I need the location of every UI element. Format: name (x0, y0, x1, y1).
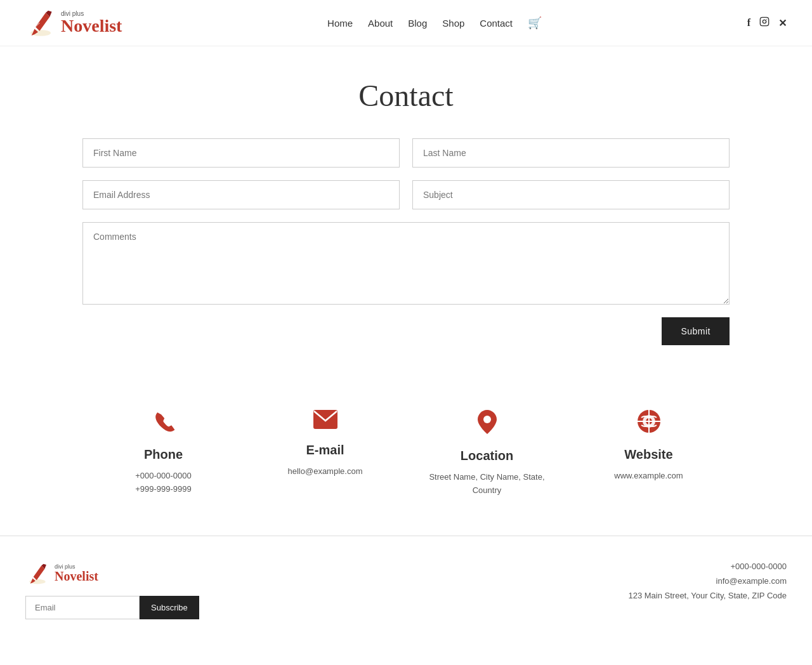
page-title: Contact (82, 78, 730, 113)
logo-text: divi plus Novelist (61, 11, 122, 35)
contact-website: Website www.example.com (568, 409, 730, 497)
phone-icon (151, 409, 176, 440)
nav-link-contact[interactable]: Contact (480, 18, 513, 29)
phone-details: +000-000-0000 +999-999-9999 (135, 470, 192, 496)
facebook-icon[interactable]: f (747, 17, 750, 29)
nav-links: Home About Blog Shop Contact 🛒 (327, 16, 542, 30)
last-name-input[interactable] (412, 138, 730, 168)
subscribe-email-input[interactable] (25, 596, 140, 619)
contact-info-section: Phone +000-000-0000 +999-999-9999 E-mail… (82, 383, 730, 536)
logo-icon (25, 8, 56, 38)
location-title: Location (461, 449, 513, 463)
footer-phone: +000-000-0000 (628, 562, 787, 571)
footer-logo-text: divi plus Novelist (55, 564, 98, 583)
logo[interactable]: divi plus Novelist (25, 8, 122, 38)
instagram-icon[interactable] (759, 16, 769, 29)
footer-address: 123 Main Street, Your City, State, ZIP C… (628, 591, 787, 600)
submit-button[interactable]: Submit (662, 317, 730, 345)
nav-link-blog[interactable]: Blog (408, 18, 427, 29)
footer-left: divi plus Novelist Subscribe (25, 562, 199, 619)
website-icon (636, 409, 662, 440)
svg-point-3 (763, 20, 766, 23)
form-row-name (82, 138, 730, 168)
contact-form: Submit (82, 138, 730, 345)
contact-location: Location Street Name, City Name, State, … (406, 409, 568, 497)
website-title: Website (624, 447, 672, 462)
location-icon (476, 409, 498, 441)
website-details: www.example.com (614, 470, 683, 483)
subscribe-button[interactable]: Subscribe (140, 596, 199, 619)
contact-email: E-mail hello@example.com (244, 409, 406, 497)
svg-point-6 (483, 416, 491, 423)
email-icon (313, 409, 338, 435)
cart-icon[interactable]: 🛒 (528, 16, 542, 30)
footer-logo-icon (25, 562, 49, 586)
nav-link-about[interactable]: About (368, 18, 393, 29)
svg-point-4 (766, 19, 767, 20)
footer-right: +000-000-0000 info@example.com 123 Main … (628, 562, 787, 600)
phone-title: Phone (144, 447, 183, 462)
email-details: hello@example.com (288, 465, 363, 478)
nav-link-home[interactable]: Home (327, 18, 353, 29)
footer-email: info@example.com (628, 576, 787, 586)
location-details: Street Name, City Name, State, Country (429, 471, 544, 497)
x-twitter-icon[interactable]: ✕ (778, 17, 787, 29)
form-submit-row: Submit (82, 317, 730, 345)
form-comments (82, 222, 730, 305)
email-title: E-mail (306, 443, 344, 458)
svg-rect-2 (760, 17, 768, 25)
email-input[interactable] (82, 180, 400, 209)
subscribe-row: Subscribe (25, 596, 199, 619)
subject-input[interactable] (412, 180, 730, 209)
main-content: Contact Submit Phone +000-000-00 (57, 78, 755, 536)
comments-textarea[interactable] (82, 222, 730, 305)
first-name-input[interactable] (82, 138, 400, 168)
nav-link-shop[interactable]: Shop (442, 18, 464, 29)
footer: divi plus Novelist Subscribe +000-000-00… (0, 536, 812, 638)
form-row-email (82, 180, 730, 209)
nav-social: f ✕ (747, 16, 787, 29)
contact-phone: Phone +000-000-0000 +999-999-9999 (82, 409, 244, 497)
navigation: divi plus Novelist Home About Blog Shop … (0, 0, 812, 46)
footer-logo[interactable]: divi plus Novelist (25, 562, 199, 586)
